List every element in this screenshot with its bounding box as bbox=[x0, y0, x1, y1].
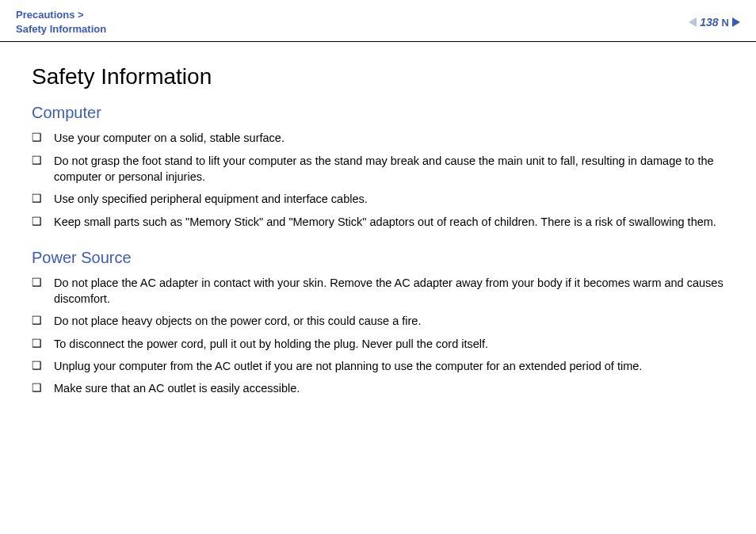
bullet-text: Use your computer on a solid, stable sur… bbox=[54, 130, 284, 146]
bullet-list-computer: ❑ Use your computer on a solid, stable s… bbox=[32, 130, 724, 229]
page-content: Safety Information Computer ❑ Use your c… bbox=[0, 42, 756, 437]
breadcrumb: Precautions > Safety Information bbox=[16, 8, 106, 36]
bullet-text: Use only specified peripheral equipment … bbox=[54, 191, 368, 207]
bullet-text: Do not place heavy objects on the power … bbox=[54, 313, 421, 329]
bullet-icon: ❑ bbox=[32, 275, 54, 291]
next-page-icon[interactable] bbox=[732, 17, 740, 27]
bullet-icon: ❑ bbox=[32, 358, 54, 374]
list-item: ❑ Do not place the AC adapter in contact… bbox=[32, 275, 724, 307]
page-header: Precautions > Safety Information 138 N bbox=[0, 0, 756, 42]
bullet-text: Make sure that an AC outlet is easily ac… bbox=[54, 380, 300, 396]
bullet-text: Do not grasp the foot stand to lift your… bbox=[54, 153, 724, 185]
page-title: Safety Information bbox=[32, 64, 724, 90]
list-item: ❑ Keep small parts such as "Memory Stick… bbox=[32, 214, 724, 230]
section-heading-computer: Computer bbox=[32, 104, 724, 122]
list-item: ❑ Unplug your computer from the AC outle… bbox=[32, 358, 724, 374]
bullet-icon: ❑ bbox=[32, 336, 54, 352]
breadcrumb-line1: Precautions > bbox=[16, 8, 106, 22]
bullet-icon: ❑ bbox=[32, 214, 54, 230]
bullet-icon: ❑ bbox=[32, 380, 54, 396]
breadcrumb-line2: Safety Information bbox=[16, 22, 106, 36]
bullet-icon: ❑ bbox=[32, 130, 54, 146]
bullet-text: Do not place the AC adapter in contact w… bbox=[54, 275, 724, 307]
page-number: 138 bbox=[700, 16, 718, 29]
prev-page-icon[interactable] bbox=[689, 17, 697, 27]
list-item: ❑ Use only specified peripheral equipmen… bbox=[32, 191, 724, 207]
bullet-text: To disconnect the power cord, pull it ou… bbox=[54, 336, 488, 352]
bullet-icon: ❑ bbox=[32, 191, 54, 207]
list-item: ❑ Do not grasp the foot stand to lift yo… bbox=[32, 153, 724, 185]
list-item: ❑ Do not place heavy objects on the powe… bbox=[32, 313, 724, 329]
bullet-list-power: ❑ Do not place the AC adapter in contact… bbox=[32, 275, 724, 397]
page-navigation: 138 N bbox=[689, 16, 740, 29]
bullet-text: Unplug your computer from the AC outlet … bbox=[54, 358, 642, 374]
list-item: ❑ To disconnect the power cord, pull it … bbox=[32, 336, 724, 352]
bullet-icon: ❑ bbox=[32, 153, 54, 169]
list-item: ❑ Make sure that an AC outlet is easily … bbox=[32, 380, 724, 396]
section-heading-power: Power Source bbox=[32, 249, 724, 267]
bullet-text: Keep small parts such as "Memory Stick" … bbox=[54, 214, 716, 230]
n-mark: N bbox=[722, 17, 729, 29]
bullet-icon: ❑ bbox=[32, 313, 54, 329]
list-item: ❑ Use your computer on a solid, stable s… bbox=[32, 130, 724, 146]
